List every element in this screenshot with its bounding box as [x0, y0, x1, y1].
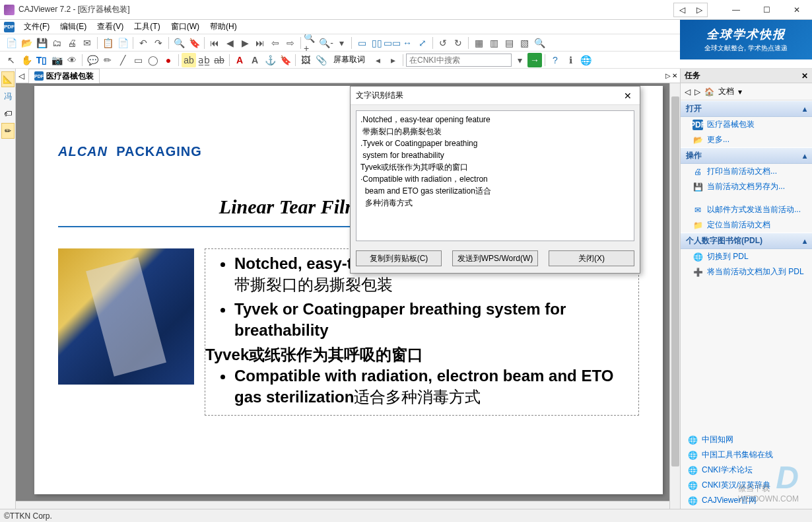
tab-arrow-left-icon[interactable]: ◁ [18, 71, 24, 81]
menu-file[interactable]: 文件(F) [18, 20, 55, 34]
fit-width-icon[interactable]: ↔ [400, 36, 415, 50]
pdl-add[interactable]: ➕将当前活动文档加入到 PDL [681, 264, 812, 280]
layout2-icon[interactable]: ▥ [487, 36, 501, 50]
mail-icon[interactable]: ✉ [80, 36, 94, 50]
attach-icon[interactable]: 📎 [314, 53, 328, 67]
redo-icon[interactable]: ↷ [151, 36, 166, 50]
scrollbar-vertical[interactable] [669, 83, 680, 511]
ellipse-icon[interactable]: ◯ [146, 53, 160, 67]
font-color-icon[interactable]: A [248, 53, 262, 67]
tool-highlight[interactable]: ✏ [1, 123, 15, 139]
minimize-button[interactable]: — [721, 0, 751, 20]
text-select-icon[interactable]: T▯ [34, 53, 49, 67]
rect-icon[interactable]: ▭ [131, 53, 145, 67]
link-forum[interactable]: 🌐CNKI学术论坛 [681, 463, 812, 478]
cnki-banner[interactable]: 全球学术快报 全球文献整合, 学术热点速递 [680, 20, 812, 59]
globe-icon[interactable]: 🌐 [578, 53, 593, 67]
prev-page-icon[interactable]: ◀ [222, 36, 237, 50]
ops-saveas[interactable]: 💾当前活动文档另存为... [681, 179, 812, 194]
send-word-button[interactable]: 发送到WPS/Word(W) [452, 250, 538, 266]
tool-text[interactable]: 冯 [1, 89, 15, 104]
ops-locate[interactable]: 📁定位当前活动文档 [681, 217, 812, 233]
maximize-button[interactable]: ☐ [751, 0, 782, 20]
layout3-icon[interactable]: ▤ [502, 36, 516, 50]
menu-window[interactable]: 窗口(W) [166, 20, 205, 34]
dialog-close-icon[interactable]: ✕ [621, 91, 634, 101]
screen-fetch-button[interactable]: 屏幕取词 [329, 54, 370, 67]
stamp-icon[interactable]: 🔖 [278, 53, 292, 67]
zoom-out-icon[interactable]: 🔍- [319, 36, 333, 50]
zoom-dropdown-icon[interactable]: ▾ [334, 36, 349, 50]
tab-close-icon[interactable]: ✕ [672, 72, 677, 79]
saveall-icon[interactable]: 🗂 [50, 36, 64, 50]
anchor-icon[interactable]: ⚓ [263, 53, 277, 67]
next-page-icon[interactable]: ▶ [238, 36, 252, 50]
open-item-0[interactable]: PDF医疗器械包装 [681, 117, 812, 132]
nav-forward-icon[interactable]: ▷ [691, 3, 707, 17]
copy-icon[interactable]: 📋 [100, 36, 115, 50]
tab-arrow-right-icon[interactable]: ▷ [665, 72, 671, 79]
ocr-text-output[interactable]: .Notched，easy-tear opening feature 带撕裂口的… [356, 110, 634, 241]
rotate-right-icon[interactable]: ↻ [451, 36, 465, 50]
highlight-icon[interactable]: ab [182, 53, 196, 67]
chevron-down-icon[interactable]: ▾ [738, 87, 742, 96]
fit-page-icon[interactable]: ⤢ [415, 36, 430, 50]
paste-icon[interactable]: 📄 [116, 36, 130, 50]
home-icon[interactable]: 🏠 [704, 87, 714, 96]
chevron-right-icon[interactable]: ▸ [386, 53, 400, 67]
layout4-icon[interactable]: ▧ [517, 36, 531, 50]
close-button[interactable]: ✕ [782, 0, 812, 20]
line-icon[interactable]: ╱ [116, 53, 130, 67]
pointer-icon[interactable]: ↖ [4, 53, 18, 67]
pdl-switch[interactable]: 🌐切换到 PDL [681, 249, 812, 264]
menu-view[interactable]: 查看(V) [92, 20, 129, 34]
ops-mail[interactable]: ✉以邮件方式发送当前活动... [681, 202, 812, 217]
copy-clipboard-button[interactable]: 复制到剪贴板(C) [356, 250, 442, 266]
menu-tools[interactable]: 工具(T) [129, 20, 165, 34]
font-a-icon[interactable]: A [232, 53, 247, 67]
go-icon[interactable]: → [527, 53, 542, 67]
section-ops[interactable]: 操作▴ [681, 147, 812, 164]
ops-print[interactable]: 🖨打印当前活动文档... [681, 164, 812, 179]
search-icon[interactable]: 🔍 [172, 36, 186, 50]
image-icon[interactable]: 🖼 [298, 53, 313, 67]
open-icon[interactable]: 📂 [19, 36, 34, 50]
bookmark-icon[interactable]: 🔖 [187, 36, 201, 50]
info-icon[interactable]: ℹ [563, 53, 578, 67]
section-open[interactable]: 打开▴ [681, 100, 812, 117]
last-page-icon[interactable]: ⏭ [253, 36, 267, 50]
comment-icon[interactable]: 💬 [85, 53, 100, 67]
back-icon[interactable]: ⇦ [268, 36, 283, 50]
forward-icon[interactable]: ⇨ [283, 36, 298, 50]
first-page-icon[interactable]: ⏮ [207, 36, 222, 50]
document-tab[interactable]: PDF 医疗器械包装 [28, 69, 100, 83]
nav-back-icon[interactable]: ◁ [674, 3, 690, 17]
panel-forward-icon[interactable]: ▷ [694, 87, 700, 96]
layout1-icon[interactable]: ▦ [471, 36, 486, 50]
search-dropdown-icon[interactable]: ▾ [512, 53, 527, 67]
menu-help[interactable]: 帮助(H) [205, 20, 242, 34]
magnifier-icon[interactable]: 🔍 [532, 36, 547, 50]
pencil-icon[interactable]: ✏ [100, 53, 115, 67]
chevron-left-icon[interactable]: ◂ [370, 53, 385, 67]
close-dialog-button[interactable]: 关闭(X) [549, 250, 634, 266]
open-item-1[interactable]: 📂更多... [681, 132, 812, 147]
panel-back-icon[interactable]: ◁ [685, 87, 691, 96]
tool-note[interactable]: 🏷 [1, 106, 15, 122]
fill-circle-icon[interactable]: ● [161, 53, 176, 67]
rotate-left-icon[interactable]: ↺ [436, 36, 450, 50]
underline-icon[interactable]: a̲b̲ [197, 53, 211, 67]
snapshot-icon[interactable]: 📷 [50, 53, 64, 67]
tool-select[interactable]: 📐 [1, 71, 15, 87]
link-cnki[interactable]: 🌐中国知网 [681, 432, 812, 447]
link-toolbook[interactable]: 🌐中国工具书集锦在线 [681, 447, 812, 463]
section-pdl[interactable]: 个人数字图书馆(PDL)▴ [681, 233, 812, 249]
print-icon[interactable]: 🖨 [65, 36, 79, 50]
hand-icon[interactable]: ✋ [19, 53, 34, 67]
menu-edit[interactable]: 编辑(E) [55, 20, 92, 34]
zoom-in-icon[interactable]: 🔍+ [304, 36, 318, 50]
ocr-icon[interactable]: 👁 [65, 53, 79, 67]
help-icon[interactable]: ? [548, 53, 562, 67]
facing-icon[interactable]: ▭▭ [385, 36, 399, 50]
panel-tab-doc[interactable]: 文档 [718, 86, 734, 97]
